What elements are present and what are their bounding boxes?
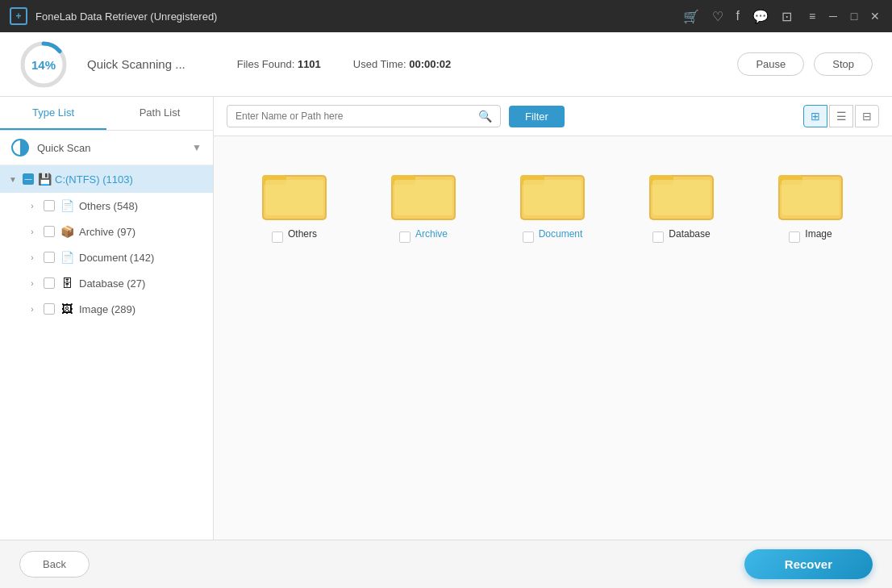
folder-svg-others [262, 165, 327, 222]
file-label-row-database: Database [625, 225, 738, 243]
tree-expand-document[interactable]: › [26, 251, 39, 264]
scan-type-selector[interactable]: Quick Scan ▼ [0, 131, 213, 165]
recover-button[interactable]: Recover [744, 549, 873, 579]
grid-view-button[interactable]: ⊞ [803, 105, 827, 127]
column-view-button[interactable]: ⊟ [855, 105, 879, 127]
filter-button[interactable]: Filter [509, 106, 565, 127]
svg-rect-21 [782, 180, 840, 215]
folder-svg-archive [391, 165, 456, 222]
file-name-database: Database [669, 228, 710, 240]
tree-expand-image[interactable]: › [26, 302, 39, 315]
file-item-archive[interactable]: Archive [359, 152, 488, 251]
pause-button[interactable]: Pause [737, 52, 804, 76]
tree-expand-others[interactable]: › [26, 199, 39, 212]
tree-checkbox-root[interactable] [23, 173, 34, 185]
tree-label-database: Database (27) [79, 277, 145, 290]
tree-checkbox-others[interactable] [44, 200, 55, 211]
progress-percent: 14% [31, 57, 56, 71]
minimize-button[interactable]: ─ [826, 9, 840, 23]
file-label-row-archive: Archive [367, 225, 480, 243]
scan-type-label: Quick Scan [37, 142, 192, 154]
image-icon: 🖼 [60, 302, 74, 316]
tree-expand-root[interactable]: ▼ [6, 173, 19, 186]
file-name-others: Others [288, 228, 317, 240]
tree-expand-archive[interactable]: › [26, 225, 39, 238]
progress-bar: 14% Quick Scanning ... Files Found: 1101… [0, 32, 892, 97]
file-checkbox-image[interactable] [789, 231, 800, 243]
facebook-icon[interactable]: f [736, 9, 740, 23]
others-icon: 📄 [60, 198, 74, 213]
tab-type-list[interactable]: Type List [0, 97, 106, 130]
sidebar-tabs: Type List Path List [0, 97, 213, 131]
tree-child-others[interactable]: › 📄 Others (548) [0, 193, 213, 219]
support-icon[interactable]: ♡ [712, 9, 723, 24]
list-view-button[interactable]: ☰ [829, 105, 853, 127]
folder-svg-database [649, 165, 714, 222]
back-button[interactable]: Back [19, 551, 90, 578]
used-time-stat: Used Time: 00:00:02 [353, 58, 451, 70]
search-icon: 🔍 [478, 110, 492, 123]
tree-root-item[interactable]: ▼ 💾 C:(NTFS) (1103) [0, 165, 213, 193]
tree-child-document[interactable]: › 📄 Document (142) [0, 244, 213, 270]
titlebar-icon-group: 🛒 ♡ f 💬 ⊡ [683, 9, 792, 24]
folder-icon-others [262, 165, 327, 222]
tree-child-image[interactable]: › 🖼 Image (289) [0, 296, 213, 322]
app-title: FoneLab Data Retriever (Unregistered) [35, 10, 683, 23]
titlebar: + FoneLab Data Retriever (Unregistered) … [0, 0, 892, 32]
view-toggle: ⊞ ☰ ⊟ [803, 105, 879, 127]
footer: Back Recover [0, 540, 892, 588]
maximize-button[interactable]: □ [847, 9, 861, 23]
folder-icon-document [520, 165, 585, 222]
file-name-image: Image [805, 228, 832, 240]
tree-checkbox-image[interactable] [44, 303, 55, 315]
file-checkbox-archive[interactable] [399, 231, 411, 243]
file-item-image[interactable]: Image [746, 152, 875, 251]
file-label-row-document: Document [496, 225, 609, 243]
tree-root-label: C:(NTFS) (1103) [55, 173, 133, 186]
search-box[interactable]: 🔍 [227, 105, 501, 127]
tree-label-document: Document (142) [79, 252, 154, 264]
database-icon: 🗄 [60, 276, 74, 290]
file-checkbox-document[interactable] [523, 231, 534, 243]
file-item-document[interactable]: Document [488, 152, 617, 251]
file-tree: ▼ 💾 C:(NTFS) (1103) › 📄 Others (548) › 📦… [0, 165, 213, 540]
folder-icon-image [778, 165, 843, 222]
window-icon[interactable]: ⊡ [782, 9, 792, 24]
tree-checkbox-document[interactable] [44, 252, 55, 263]
document-icon: 📄 [60, 250, 74, 265]
chevron-down-icon: ▼ [192, 142, 202, 153]
drive-icon: 💾 [37, 172, 52, 186]
search-input[interactable] [236, 111, 478, 122]
file-checkbox-others[interactable] [272, 231, 283, 243]
tree-label-image: Image (289) [79, 303, 135, 315]
menu-icon[interactable]: ≡ [805, 9, 819, 23]
file-grid: Others Archive [214, 136, 892, 540]
svg-rect-9 [394, 180, 452, 215]
tree-checkbox-database[interactable] [44, 277, 55, 289]
file-item-others[interactable]: Others [230, 152, 359, 251]
main-panel: 🔍 Filter ⊞ ☰ ⊟ [214, 97, 892, 540]
svg-rect-13 [523, 180, 581, 215]
tree-expand-database[interactable]: › [26, 277, 39, 290]
tree-child-archive[interactable]: › 📦 Archive (97) [0, 219, 213, 244]
sidebar: Type List Path List Quick Scan ▼ ▼ 💾 C:(… [0, 97, 214, 540]
tree-checkbox-archive[interactable] [44, 226, 55, 237]
svg-rect-5 [265, 180, 323, 215]
progress-circle: 14% [19, 40, 68, 89]
folder-svg-image [778, 165, 843, 222]
app-logo: + [10, 7, 27, 25]
file-item-database[interactable]: Database [617, 152, 746, 251]
stop-button[interactable]: Stop [814, 52, 873, 76]
svg-rect-17 [652, 180, 711, 215]
file-checkbox-database[interactable] [652, 231, 664, 243]
close-button[interactable]: ✕ [868, 9, 882, 23]
scan-type-icon [11, 139, 29, 156]
file-label-row-image: Image [754, 225, 867, 243]
file-name-document: Document [539, 228, 583, 240]
chat-icon[interactable]: 💬 [752, 9, 769, 24]
folder-svg-document [520, 165, 585, 222]
cart-icon[interactable]: 🛒 [683, 9, 699, 24]
tree-child-database[interactable]: › 🗄 Database (27) [0, 270, 213, 296]
main-content: Type List Path List Quick Scan ▼ ▼ 💾 C:(… [0, 97, 892, 540]
tab-path-list[interactable]: Path List [106, 97, 213, 130]
